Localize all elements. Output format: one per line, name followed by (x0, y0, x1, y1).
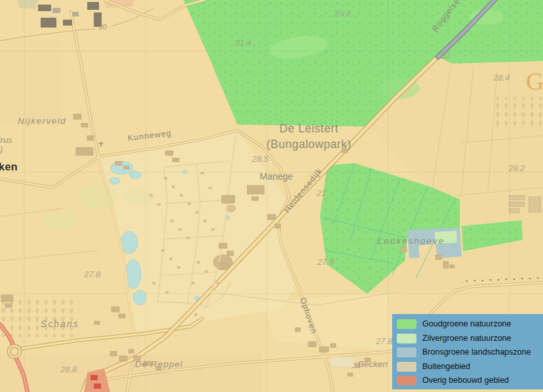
overig-bebouwd-swatch-icon (397, 376, 416, 385)
legend-item-overig-bebouwd: Overig bebouwd gebied (397, 376, 543, 385)
legend-label: Bronsgroene landschapszone (422, 347, 531, 357)
legend-item-zilvergroen: Zilvergroene natuurzone (397, 334, 543, 343)
goudgroen-swatch-icon (397, 319, 416, 329)
legend-label: Zilvergroene natuurzone (422, 334, 512, 343)
map-canvas[interactable]: Nijkerveld trus ) ken Kunneweg De Leiste… (0, 0, 543, 392)
zilvergroen-swatch-icon (397, 334, 416, 343)
legend-item-bronsgroen: Bronsgroene landschapszone (397, 347, 543, 357)
legend-item-goudgroen: Goudgroene natuurzone (397, 319, 543, 329)
legend-label: Overig bebouwd gebied (422, 376, 509, 385)
legend-label: Goudgroene natuurzone (422, 319, 512, 329)
legend-label: Buitengebied (422, 362, 470, 372)
zilvergroene-zone (435, 231, 457, 244)
buitengebied-swatch-icon (397, 362, 416, 372)
legend: Goudgroene natuurzone Zilvergroene natuu… (392, 314, 543, 389)
legend-item-buitengebied: Buitengebied (397, 362, 543, 372)
bronsgroen-swatch-icon (397, 347, 416, 357)
